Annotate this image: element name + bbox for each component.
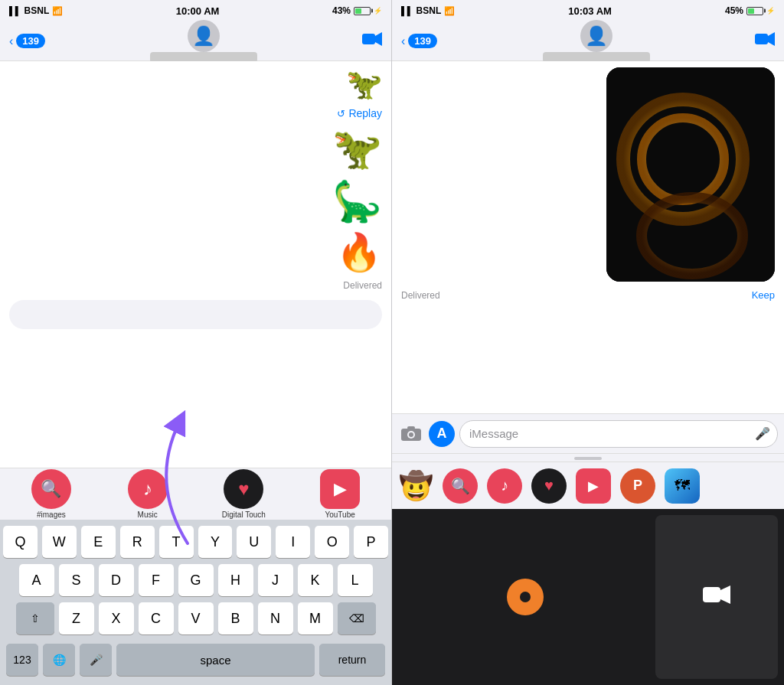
left-music-label: Music [138,510,158,519]
key-space[interactable]: space [116,644,315,676]
right-mic-icon[interactable]: 🎤 [755,426,770,441]
key-z[interactable]: Z [59,602,94,634]
key-h[interactable]: H [218,564,253,596]
right-status-bar: ▌▌ BSNL 📶 10:03 AM 45% ⚡ [392,0,784,21]
key-n[interactable]: N [258,602,293,634]
left-battery-fill [355,8,361,14]
left-battery-icon [354,7,371,15]
left-battery-percent: 43% [332,5,351,16]
right-app-maps[interactable]: 🗺 [665,468,700,504]
right-status-left: ▌▌ BSNL 📶 [401,5,455,16]
key-l[interactable]: L [338,564,373,596]
right-back-chevron: ‹ [401,34,405,48]
key-delete[interactable]: ⌫ [338,602,376,634]
left-video-call-button[interactable] [362,31,382,51]
key-y[interactable]: Y [198,526,233,558]
key-u[interactable]: U [237,526,271,558]
right-appstore-icon: A [437,426,447,442]
key-return[interactable]: return [319,644,385,676]
left-digital-touch-icon: ♥ [238,478,249,500]
key-p[interactable]: P [354,526,388,558]
key-i[interactable]: I [276,526,310,558]
right-app-music[interactable]: ♪ [487,468,522,504]
key-shift[interactable]: ⇧ [16,602,54,634]
right-video-bubble[interactable] [606,67,775,282]
key-t[interactable]: T [159,526,194,558]
right-strip-wrapper [392,453,784,462]
right-youtube-icon: ▶ [588,478,599,494]
key-f[interactable]: F [139,564,174,596]
right-panel: ▌▌ BSNL 📶 10:03 AM 45% ⚡ ‹ 139 👤 [392,0,784,685]
key-c[interactable]: C [139,602,174,634]
right-app-digital-touch[interactable]: ♥ [531,468,567,504]
key-v[interactable]: V [178,602,214,634]
left-app-music[interactable]: ♪ Music [100,468,196,520]
left-images-label: #images [37,510,66,519]
right-imessage-input[interactable]: iMessage [459,420,778,448]
right-app-youtube[interactable]: ▶ [576,468,611,504]
key-g[interactable]: G [178,564,214,596]
right-video-call-button[interactable] [755,31,775,51]
right-status-right: 45% ⚡ [725,5,775,16]
key-r[interactable]: R [120,526,155,558]
right-bubble-image [606,67,775,282]
right-wifi-icon: 📶 [444,6,455,16]
left-back-count[interactable]: 139 [16,34,45,48]
right-music-icon: ♪ [501,477,508,494]
left-replay-button[interactable]: ↺ Replay [337,107,382,119]
left-status-right: 43% ⚡ [332,5,382,16]
left-sticker-top: 🦖 [346,67,382,101]
right-orange-dot [520,592,531,602]
left-keyboard: Q W E R T Y U I O P A S D F G H J K L ⇧ … [0,520,391,685]
right-message-area: Delivered Keep [392,61,784,413]
left-music-icon: ♪ [143,478,152,500]
key-b[interactable]: B [218,602,253,634]
key-e[interactable]: E [81,526,116,558]
right-orange-circle[interactable] [507,579,544,615]
right-battery-percent: 45% [725,5,743,16]
right-avatar-icon: 👤 [585,25,608,47]
key-globe[interactable]: 🌐 [43,644,75,676]
key-m[interactable]: M [298,602,333,634]
key-q[interactable]: Q [3,526,38,558]
right-keep-button[interactable]: Keep [752,289,775,301]
left-back-button[interactable]: ‹ 139 [9,34,45,48]
key-s[interactable]: S [59,564,94,596]
key-123[interactable]: 123 [6,644,38,676]
key-o[interactable]: O [315,526,349,558]
replay-icon: ↺ [337,108,345,119]
left-app-images[interactable]: 🔍 #images [3,468,100,520]
right-contact: 👤 [543,20,650,63]
key-mic[interactable]: 🎤 [80,644,112,676]
key-x[interactable]: X [99,602,134,634]
keyboard-row-1: Q W E R T Y U I O P [3,526,388,558]
left-app-digital-touch[interactable]: ♥ Digital Touch [196,468,292,520]
left-youtube-icon-bg: ▶ [320,469,360,509]
right-app-images[interactable]: 🔍 [443,468,478,504]
key-k[interactable]: K [298,564,333,596]
right-rings-svg [606,67,775,282]
key-d[interactable]: D [99,564,134,596]
left-images-icon: 🔍 [41,479,61,499]
key-j[interactable]: J [258,564,293,596]
right-back-count[interactable]: 139 [408,34,437,48]
right-bottom-right[interactable] [655,515,778,679]
right-appstore-button[interactable]: A [429,421,455,447]
right-back-button[interactable]: ‹ 139 [401,34,437,48]
svg-marker-13 [720,586,730,604]
left-input-hint[interactable] [9,300,382,329]
left-app-youtube[interactable]: ▶ YouTube [292,468,388,520]
svg-rect-0 [362,34,375,44]
right-camera-button[interactable] [398,421,424,447]
key-a[interactable]: A [19,564,54,596]
right-nav-bar: ‹ 139 👤 [392,21,784,61]
left-charge-icon: ⚡ [374,7,382,15]
right-app-emoji[interactable]: 🤠 [398,468,433,504]
right-app-producthunt[interactable]: P [620,468,655,504]
right-imessage-bar: A iMessage 🎤 [392,413,784,453]
left-dino-long: 🦕 [332,178,382,225]
keyboard-row-3: ⇧ Z X C V B N M ⌫ [3,602,388,634]
left-music-icon-bg: ♪ [128,469,168,509]
key-w[interactable]: W [42,526,77,558]
right-delivered-keep-row: Delivered Keep [401,288,775,302]
